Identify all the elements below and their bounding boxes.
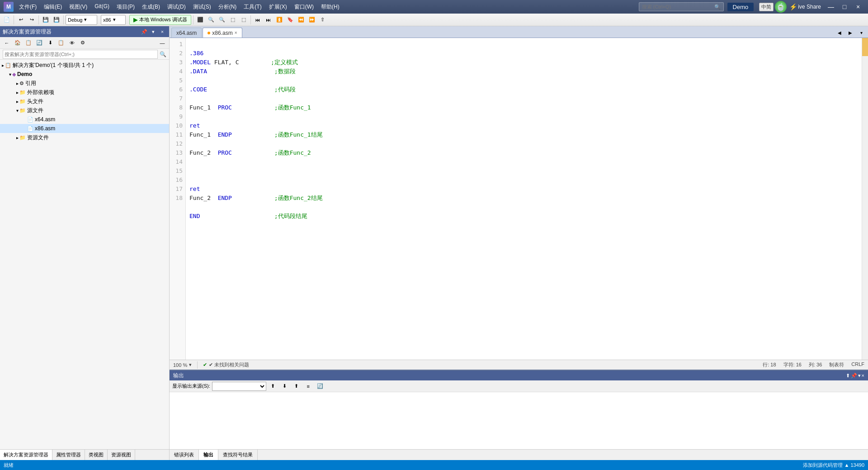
menu-git[interactable]: Git(G) xyxy=(91,1,113,13)
se-search-icon[interactable]: 🔍 xyxy=(160,51,166,57)
toolbar-btn-5[interactable]: ⬛ xyxy=(195,15,205,25)
tab-scroll-left[interactable]: ◀ xyxy=(835,28,844,38)
out-tab-output[interactable]: 输出 xyxy=(199,450,218,460)
ime-chinese-box[interactable]: 中简 xyxy=(759,3,774,11)
menu-test[interactable]: 测试(S) xyxy=(189,1,215,13)
output-dropdown-btn[interactable]: ▾ xyxy=(858,373,861,379)
toolbar-btn-7[interactable]: 🔍 xyxy=(217,15,227,25)
editor-tab-x86[interactable]: x86.asm × xyxy=(203,28,242,38)
output-close-btn[interactable]: × xyxy=(862,373,864,379)
se-properties-btn[interactable]: 📋 xyxy=(56,38,66,48)
close-button[interactable]: × xyxy=(852,2,864,12)
tab-dropdown[interactable]: ▾ xyxy=(856,28,866,38)
toolbar-btn-10[interactable]: ⏮ xyxy=(253,15,263,25)
output-btn-2[interactable]: ⬇ xyxy=(280,381,290,391)
editor-tab-x64[interactable]: x64.asm xyxy=(171,28,202,38)
platform-dropdown[interactable]: x86 ▾ xyxy=(101,15,126,25)
tree-header-files[interactable]: ▸ 📁 头文件 xyxy=(0,97,169,106)
se-close-btn[interactable]: × xyxy=(158,28,166,36)
encoding-status: CRLF xyxy=(851,361,864,368)
menu-build[interactable]: 生成(B) xyxy=(138,1,164,13)
toolbar-btn-8[interactable]: ⬚ xyxy=(228,15,238,25)
toolbar-btn-13[interactable]: 🔖 xyxy=(285,15,295,25)
se-preview-btn[interactable]: 👁 xyxy=(67,38,77,48)
menu-analyze[interactable]: 分析(N) xyxy=(215,1,241,13)
se-tab-properties[interactable]: 属性管理器 xyxy=(52,450,85,460)
tree-references[interactable]: ▸ ⚙ 引用 xyxy=(0,79,169,88)
se-tab-resource[interactable]: 资源视图 xyxy=(108,450,135,460)
output-float-btn[interactable]: ⬆ xyxy=(846,373,850,379)
se-dropdown-btn[interactable]: ▾ xyxy=(149,28,157,36)
se-tab-solution[interactable]: 解决方案资源管理器 xyxy=(0,450,52,460)
menu-project[interactable]: 项目(P) xyxy=(113,1,138,13)
output-btn-1[interactable]: ⬆ xyxy=(268,381,278,391)
se-refresh-btn[interactable]: 🔄 xyxy=(34,38,44,48)
output-btn-4[interactable]: ≡ xyxy=(303,381,313,391)
se-back-btn[interactable]: ← xyxy=(2,38,12,48)
output-pin-btn[interactable]: 📌 xyxy=(851,373,857,379)
tree-demo-project[interactable]: ▾ ◆ Demo xyxy=(0,70,169,79)
line-num-16: 16 xyxy=(170,176,183,185)
liveshare-button[interactable]: ⚡ ive Share xyxy=(789,3,821,10)
save-all-btn[interactable]: 💾 xyxy=(52,15,61,25)
menu-file[interactable]: 文件(F) xyxy=(15,1,40,13)
toolbar-btn-15[interactable]: ⏩ xyxy=(307,15,317,25)
header-icon: 📁 xyxy=(19,99,26,104)
title-search-input[interactable] xyxy=(642,4,714,9)
menu-window[interactable]: 窗口(W) xyxy=(291,1,317,13)
output-btn-5[interactable]: 🔄 xyxy=(315,381,325,391)
tree-source-files[interactable]: ▾ 📁 源文件 xyxy=(0,106,169,115)
se-home-btn[interactable]: 🏠 xyxy=(13,38,23,48)
se-show-all-btn[interactable]: 📋 xyxy=(24,38,33,48)
minimize-button[interactable]: — xyxy=(825,2,837,12)
out-tab-find-symbol[interactable]: 查找符号结果 xyxy=(218,450,258,460)
debug-config-dropdown[interactable]: Debug ▾ xyxy=(66,15,97,25)
output-btn-3[interactable]: ⬆ xyxy=(292,381,302,391)
save-btn[interactable]: 💾 xyxy=(41,15,51,25)
toolbar-btn-16[interactable]: ⇧ xyxy=(318,15,328,25)
tree-x64-asm[interactable]: 📄 x64.asm xyxy=(0,115,169,124)
output-panel: 输出 ⬆ 📌 ▾ × 显示输出来源(S): ⬆ xyxy=(170,370,868,460)
menu-extensions[interactable]: 扩展(X) xyxy=(265,1,291,13)
tree-solution[interactable]: ▸ 📋 解决方案'Demo'(1 个项目/共 1 个) xyxy=(0,61,169,70)
ime-icon[interactable]: 🍵 xyxy=(775,1,787,13)
editor-scrollbar[interactable] xyxy=(862,38,868,360)
tree-external-deps[interactable]: ▸ 📁 外部依赖项 xyxy=(0,88,169,97)
redo-btn[interactable]: ↪ xyxy=(27,15,37,25)
tab-close-icon[interactable]: × xyxy=(235,30,237,35)
se-filter-btn[interactable]: ⚙ xyxy=(78,38,88,48)
out-tab-errors[interactable]: 错误列表 xyxy=(170,450,199,460)
menu-debug[interactable]: 调试(D) xyxy=(164,1,189,13)
menu-view[interactable]: 视图(V) xyxy=(66,1,91,13)
ready-status: 就绪 xyxy=(4,462,14,469)
toolbar-btn-9[interactable]: ⬚ xyxy=(239,15,249,25)
run-btn[interactable]: ▶ 本地 Windows 调试器 xyxy=(129,15,191,25)
se-pin-btn[interactable]: 📌 xyxy=(140,28,148,36)
menu-edit[interactable]: 编辑(E) xyxy=(40,1,66,13)
toolbar-btn-6[interactable]: 🔍 xyxy=(206,15,216,25)
line-num-1: 1 xyxy=(170,40,183,49)
code-editor[interactable]: .386 .MODEL FLAT, C ;定义模式 .DATA ;数据段 .CO… xyxy=(186,38,862,360)
search-icon: 🔍 xyxy=(714,4,721,10)
tree-resource-files[interactable]: ▸ 📁 资源文件 xyxy=(0,133,169,142)
new-file-btn[interactable]: 📄 xyxy=(2,15,12,25)
se-settings-btn[interactable]: — xyxy=(157,38,167,48)
se-search-input[interactable] xyxy=(3,50,158,59)
se-collapse-btn[interactable]: ⬇ xyxy=(45,38,55,48)
title-search[interactable]: 🔍 xyxy=(639,2,724,11)
tree-x86-asm[interactable]: 📄 x86.asm xyxy=(0,124,169,133)
se-tab-class[interactable]: 类视图 xyxy=(85,450,108,460)
menu-help[interactable]: 帮助(H) xyxy=(317,1,343,13)
zoom-control[interactable]: 100 % ▾ xyxy=(173,362,192,368)
undo-btn[interactable]: ↩ xyxy=(16,15,26,25)
toolbar-btn-12[interactable]: ⏫ xyxy=(274,15,284,25)
toolbar-btn-14[interactable]: ⏪ xyxy=(296,15,306,25)
menu-tools[interactable]: 工具(T) xyxy=(240,1,265,13)
maximize-button[interactable]: □ xyxy=(838,2,851,12)
output-source-select[interactable] xyxy=(212,382,266,391)
chevron-down-icon-2: ▾ xyxy=(113,17,116,23)
line-num-8: 8 xyxy=(170,103,183,112)
res-label: 资源文件 xyxy=(27,134,49,142)
toolbar-btn-11[interactable]: ⏭ xyxy=(264,15,274,25)
tab-scroll-right[interactable]: ▶ xyxy=(845,28,855,38)
